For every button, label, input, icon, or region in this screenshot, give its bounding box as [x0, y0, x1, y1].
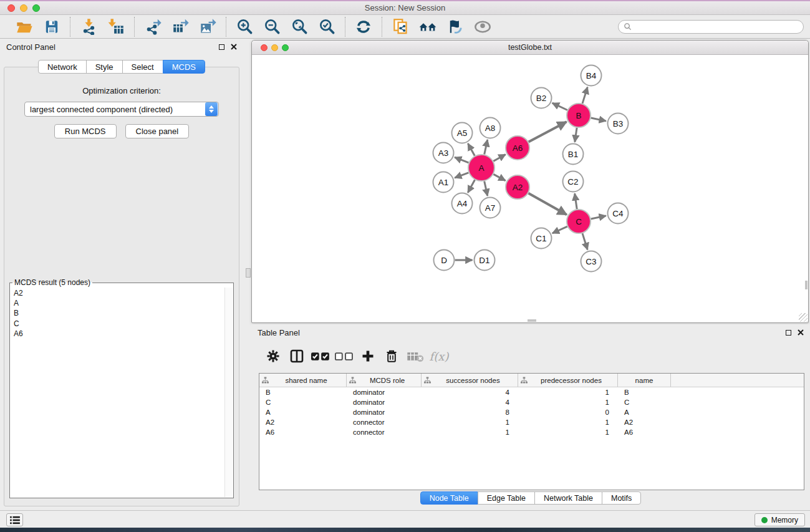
graph-edge-A-A5[interactable]: [468, 143, 475, 156]
graph-edge-B-B2[interactable]: [552, 103, 567, 110]
graph-edge-A-A6[interactable]: [493, 155, 505, 162]
close-table-panel-icon[interactable]: [798, 329, 804, 336]
graph-node-A7[interactable]: A7: [480, 198, 501, 218]
column-header-shared-name[interactable]: shared name: [259, 374, 347, 387]
mcds-result-list[interactable]: A2ABCA6: [10, 287, 233, 339]
delete-column-button[interactable]: [381, 346, 402, 367]
zoom-in-button[interactable]: [233, 17, 256, 37]
tab-network[interactable]: Network: [38, 60, 87, 74]
graph-node-B2[interactable]: B2: [531, 88, 552, 109]
split-view-button[interactable]: [286, 346, 307, 367]
export-table-button[interactable]: [168, 17, 192, 37]
panel-splitter-handle[interactable]: [246, 268, 251, 278]
graph-node-A3[interactable]: A3: [433, 143, 454, 163]
column-header-predecessor-nodes[interactable]: predecessor nodes: [518, 374, 618, 387]
graph-edge-A2-C[interactable]: [528, 193, 566, 215]
table-tab-motifs[interactable]: Motifs: [602, 491, 641, 505]
open-session-button[interactable]: [12, 17, 36, 37]
table-row[interactable]: Adominator80A: [259, 407, 804, 417]
graph-edge-C-C4[interactable]: [591, 216, 606, 219]
network-canvas[interactable]: B4B2BB3A8A5A6B1A3AA1C2A2A4A7C4CC1C3DD1: [252, 55, 808, 322]
graph-node-B3[interactable]: B3: [608, 114, 629, 134]
graph-node-D1[interactable]: D1: [475, 250, 495, 271]
graph-node-A5[interactable]: A5: [452, 123, 473, 143]
mcds-result-item[interactable]: C: [14, 319, 233, 329]
network-window-titlebar[interactable]: testGlobe.txt: [252, 41, 808, 55]
graph-node-A8[interactable]: A8: [480, 118, 501, 138]
graph-node-C4[interactable]: C4: [608, 203, 629, 224]
select-all-button[interactable]: [310, 346, 331, 367]
graph-edge-A-A7[interactable]: [485, 181, 488, 196]
result-list-scrollbar[interactable]: [224, 288, 233, 497]
graph-node-C3[interactable]: C3: [581, 251, 602, 272]
graph-edge-A-A8[interactable]: [485, 140, 488, 155]
table-row[interactable]: A2connector11A2: [259, 417, 804, 427]
graph-edge-B-B3[interactable]: [591, 118, 606, 121]
export-network-button[interactable]: [141, 17, 165, 37]
graph-edge-A-A1[interactable]: [455, 173, 468, 178]
graph-edge-B-B1[interactable]: [575, 128, 577, 142]
import-table-button[interactable]: [104, 17, 128, 37]
save-session-button[interactable]: [40, 17, 64, 37]
graph-edge-C-C1[interactable]: [552, 226, 567, 233]
close-panel-button[interactable]: Close panel: [125, 124, 190, 138]
graph-node-A[interactable]: A: [468, 155, 494, 181]
column-header-successor-nodes[interactable]: successor nodes: [422, 374, 518, 387]
graph-node-A4[interactable]: A4: [452, 193, 473, 214]
mcds-result-item[interactable]: A6: [14, 329, 233, 339]
table-tab-network-table[interactable]: Network Table: [534, 491, 602, 505]
import-network-button[interactable]: [77, 17, 100, 37]
mcds-result-item[interactable]: A: [14, 298, 233, 308]
column-header-MCDS-role[interactable]: MCDS role: [347, 374, 422, 387]
network-vscroll-thumb[interactable]: [805, 281, 808, 289]
graph-edge-B-B4[interactable]: [582, 87, 587, 104]
graph-edge-A-A2[interactable]: [493, 174, 505, 180]
task-history-button[interactable]: [6, 513, 23, 526]
float-table-panel-icon[interactable]: [786, 330, 791, 336]
table-row[interactable]: Bdominator41B: [259, 387, 804, 397]
column-settings-button[interactable]: [263, 346, 284, 367]
graph-node-A6[interactable]: A6: [506, 136, 529, 160]
show-graphics-details-button[interactable]: [471, 17, 494, 37]
float-panel-icon[interactable]: [219, 44, 224, 50]
deselect-all-button[interactable]: [334, 346, 355, 367]
run-mcds-button[interactable]: Run MCDS: [54, 124, 117, 138]
duplicate-network-button[interactable]: [388, 17, 412, 37]
graph-edge-A6-B[interactable]: [529, 122, 567, 142]
window-resize-grip[interactable]: [799, 313, 808, 322]
graph-edge-C-C2[interactable]: [575, 193, 577, 209]
graph-node-C1[interactable]: C1: [531, 228, 552, 249]
tab-style[interactable]: Style: [86, 60, 123, 74]
graph-edge-A-A4[interactable]: [468, 180, 475, 193]
refresh-layout-button[interactable]: [352, 17, 375, 37]
search-input[interactable]: [635, 22, 798, 31]
graph-node-B1[interactable]: B1: [563, 144, 584, 165]
table-row[interactable]: Cdominator41C: [259, 397, 804, 407]
export-image-button[interactable]: [196, 17, 219, 37]
table-tab-edge-table[interactable]: Edge Table: [478, 491, 535, 505]
graph-node-A1[interactable]: A1: [433, 172, 454, 193]
tab-mcds[interactable]: MCDS: [163, 60, 205, 74]
optimization-criterion-select[interactable]: largest connected component (directed): [24, 102, 219, 117]
graph-node-D[interactable]: D: [434, 250, 455, 271]
network-hscroll-thumb[interactable]: [528, 319, 536, 322]
column-header-name[interactable]: name: [618, 374, 671, 387]
zoom-selected-button[interactable]: [315, 17, 339, 37]
graph-node-C2[interactable]: C2: [563, 172, 584, 192]
mcds-result-item[interactable]: A2: [14, 288, 233, 298]
graph-node-B[interactable]: B: [567, 104, 591, 127]
hide-annotations-button[interactable]: [443, 17, 467, 37]
table-tab-node-table[interactable]: Node Table: [420, 491, 478, 505]
zoom-out-button[interactable]: [260, 17, 284, 37]
tab-select[interactable]: Select: [122, 60, 163, 74]
graph-node-A2[interactable]: A2: [506, 175, 529, 199]
memory-button[interactable]: Memory: [755, 513, 805, 526]
graph-edge-C-C3[interactable]: [582, 233, 587, 249]
graph-node-C[interactable]: C: [567, 210, 591, 233]
graph-edge-A-A3[interactable]: [455, 157, 468, 163]
mcds-result-item[interactable]: B: [14, 308, 233, 318]
first-neighbors-button[interactable]: [416, 17, 440, 37]
close-panel-icon[interactable]: [231, 44, 237, 50]
zoom-fit-button[interactable]: [287, 17, 311, 37]
table-row[interactable]: A6connector11A6: [259, 427, 804, 437]
